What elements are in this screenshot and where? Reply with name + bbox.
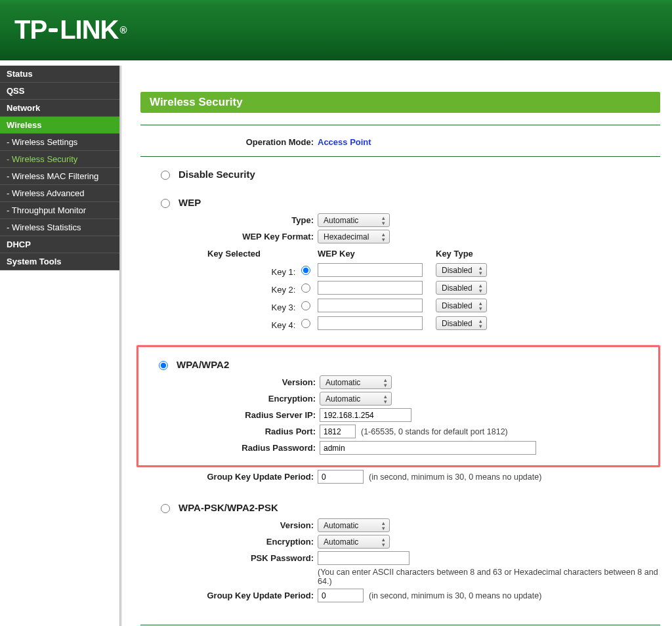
- radius-port-input[interactable]: [320, 425, 356, 438]
- wpa-version-label: Version:: [142, 377, 320, 387]
- radius-port-hint: (1-65535, 0 stands for default port 1812…: [361, 427, 508, 436]
- sidebar-item-qss[interactable]: QSS: [0, 83, 119, 100]
- app-header: TPLINK®: [0, 0, 672, 60]
- wep-format-label: WEP Key Format:: [140, 232, 318, 241]
- wep-key4-radio[interactable]: [301, 319, 310, 328]
- wpa-gkup-hint: (in second, minimum is 30, 0 means no up…: [369, 472, 541, 482]
- psk-version-label: Version:: [140, 520, 318, 530]
- wep-head-wep-key: WEP Key: [318, 249, 436, 259]
- sidebar-item-wireless-advanced[interactable]: - Wireless Advanced: [0, 185, 119, 202]
- wep-key3-input[interactable]: [318, 299, 423, 312]
- psk-title: WPA-PSK/WPA2-PSK: [178, 502, 278, 513]
- psk-password-hint: (You can enter ASCII characters between …: [318, 568, 660, 586]
- sidebar-item-wireless-security[interactable]: - Wireless Security: [0, 151, 119, 168]
- wpa-gkup-label: Group Key Update Period:: [140, 472, 318, 482]
- wpa-radio[interactable]: [159, 361, 168, 370]
- disable-security-radio[interactable]: [161, 171, 170, 180]
- psk-encryption-label: Encryption:: [140, 537, 318, 547]
- wep-key2-input[interactable]: [318, 281, 423, 295]
- disable-security-title: Disable Security: [178, 169, 255, 180]
- wep-head-key-selected: Key Selected: [207, 249, 318, 259]
- psk-password-input[interactable]: [318, 551, 410, 565]
- operation-mode-label: Operation Mode:: [140, 137, 318, 147]
- psk-gkup-label: Group Key Update Period:: [140, 591, 318, 600]
- sidebar-item-dhcp[interactable]: DHCP: [0, 236, 119, 253]
- wpa-encryption-select[interactable]: Automatic▴▾: [320, 392, 392, 406]
- wep-key2-type-select[interactable]: Disabled▴▾: [436, 281, 487, 295]
- sidebar-item-network[interactable]: Network: [0, 100, 119, 117]
- wpa-version-select[interactable]: Automatic▴▾: [320, 375, 392, 389]
- sidebar-item-wireless-mac-filtering[interactable]: - Wireless MAC Filtering: [0, 168, 119, 185]
- wep-type-label: Type:: [140, 215, 318, 225]
- radius-ip-label: Radius Server IP:: [142, 410, 320, 420]
- psk-gkup-hint: (in second, minimum is 30, 0 means no up…: [369, 591, 541, 600]
- sidebar-item-wireless-settings[interactable]: - Wireless Settings: [0, 134, 119, 151]
- sidebar-item-throughput-monitor[interactable]: - Throughput Monitor: [0, 202, 119, 219]
- wep-key3-radio[interactable]: [301, 301, 310, 310]
- wpa-title: WPA/WPA2: [177, 359, 229, 370]
- radius-password-input[interactable]: [320, 441, 536, 455]
- radius-ip-input[interactable]: [320, 408, 411, 422]
- wpa-encryption-label: Encryption:: [142, 394, 320, 404]
- psk-radio[interactable]: [161, 504, 170, 513]
- operation-mode-value: Access Point: [318, 137, 371, 147]
- brand-logo: TPLINK®: [14, 15, 127, 45]
- wpa-highlight-box: WPA/WPA2 Version: Automatic▴▾ Encryption…: [136, 345, 660, 467]
- sidebar-item-wireless-statistics[interactable]: - Wireless Statistics: [0, 219, 119, 236]
- wep-key4-input[interactable]: [318, 316, 423, 330]
- sidebar-item-status[interactable]: Status: [0, 66, 119, 83]
- wep-key1-radio[interactable]: [301, 266, 310, 275]
- sidebar-item-system-tools[interactable]: System Tools: [0, 253, 119, 270]
- wep-head-key-type: Key Type: [436, 249, 495, 259]
- wep-type-select[interactable]: Automatic▴▾: [318, 213, 390, 227]
- wep-key1-input[interactable]: [318, 263, 423, 277]
- wep-key4-type-select[interactable]: Disabled▴▾: [436, 316, 487, 330]
- psk-gkup-input[interactable]: [318, 589, 364, 602]
- wep-format-select[interactable]: Hexadecimal▴▾: [318, 230, 390, 243]
- psk-version-select[interactable]: Automatic▴▾: [318, 518, 390, 532]
- psk-encryption-select[interactable]: Automatic▴▾: [318, 535, 390, 549]
- wep-key3-type-select[interactable]: Disabled▴▾: [436, 299, 487, 312]
- wep-radio[interactable]: [161, 199, 170, 208]
- wpa-gkup-input[interactable]: [318, 470, 364, 484]
- psk-password-label: PSK Password:: [140, 553, 318, 563]
- radius-port-label: Radius Port:: [142, 427, 320, 436]
- content: Wireless Security Operation Mode: Access…: [119, 66, 672, 626]
- sidebar-item-wireless[interactable]: Wireless: [0, 117, 119, 134]
- radius-password-label: Radius Password:: [142, 443, 320, 453]
- page-title: Wireless Security: [140, 92, 660, 113]
- wep-key2-radio[interactable]: [301, 283, 310, 293]
- sidebar: Status QSS Network Wireless - Wireless S…: [0, 66, 119, 626]
- wep-key1-type-select[interactable]: Disabled▴▾: [436, 263, 487, 277]
- wep-title: WEP: [178, 197, 201, 208]
